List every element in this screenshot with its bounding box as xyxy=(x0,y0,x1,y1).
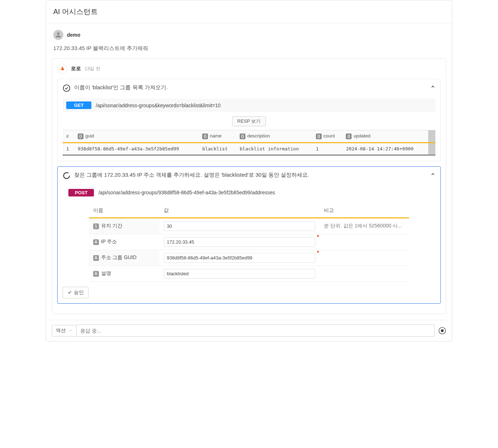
param-value-input[interactable] xyxy=(164,237,315,247)
param-name-cell: A설명 xyxy=(89,266,159,281)
col-name: {}name xyxy=(199,130,236,143)
user-name: demo xyxy=(67,32,80,38)
param-note-cell xyxy=(320,234,409,250)
bot-name: 로로 xyxy=(71,65,81,72)
svg-rect-3 xyxy=(441,330,443,332)
param-table: 이름 값 비고 1유지 기간분 단위. 값은 1에서 52560000 사...… xyxy=(89,204,409,282)
cell-updated: 2024-08-14 14:27:46+0900 xyxy=(342,142,428,155)
step2-text: 찾은 그룹에 172.20.33.45 IP 주소 객체를 추가하세요. 설명은… xyxy=(74,172,435,178)
resp-button-wrap: RESP 보기 xyxy=(63,116,435,126)
user-message-text: 172.20.33.45 IP 블랙리스트에 추가해줘 xyxy=(53,45,445,52)
app-container: AI 어시스턴트 demo 172.20.33.45 IP 블랙리스트에 추가해… xyxy=(46,0,452,341)
param-table-wrap: 이름 값 비고 1유지 기간분 단위. 값은 1에서 52560000 사...… xyxy=(89,204,409,282)
param-note-cell xyxy=(320,266,409,281)
page-title: AI 어시스턴트 xyxy=(53,7,445,17)
cell-idx: 1 xyxy=(63,142,74,155)
response-table: # {}guid {}name {}description {}count {}… xyxy=(63,130,435,156)
col-scroll xyxy=(428,130,435,143)
param-row: 1유지 기간분 단위. 값은 1에서 52560000 사... xyxy=(89,218,409,234)
step-panel-1: 이름이 'blacklist'인 그룹 목록 가져오기. GET /api/so… xyxy=(57,79,441,161)
param-value-input[interactable] xyxy=(164,253,315,263)
col-index: # xyxy=(63,130,74,143)
param-col-value: 값 xyxy=(159,204,320,218)
bot-avatar-icon xyxy=(57,64,67,74)
param-value-input[interactable] xyxy=(164,221,315,231)
approve-label: 승인 xyxy=(74,289,84,296)
step-title-row: 찾은 그룹에 172.20.33.45 IP 주소 객체를 추가하세요. 설명은… xyxy=(63,172,435,180)
http-method-badge: GET xyxy=(66,101,91,109)
cell-count: 1 xyxy=(312,142,343,155)
user-header: demo xyxy=(53,30,445,40)
col-updated: {}updated xyxy=(342,130,428,143)
header: AI 어시스턴트 xyxy=(46,0,452,23)
cell-description: blacklist information xyxy=(236,142,312,155)
col-count: {}count xyxy=(312,130,343,143)
param-note-cell: 분 단위. 값은 1에서 52560000 사... xyxy=(320,218,409,234)
show-response-button[interactable]: RESP 보기 xyxy=(232,116,266,126)
user-message-block: demo 172.20.33.45 IP 블랙리스트에 추가해줘 xyxy=(46,23,452,58)
param-row: AIP 주소 xyxy=(89,234,409,250)
spinner-icon xyxy=(63,172,71,180)
action-select[interactable]: 액션 xyxy=(52,325,77,336)
table-row[interactable]: 1 938d8f58-86d5-49ef-a43a-3e5f2b85ed99 b… xyxy=(63,142,435,155)
user-avatar-icon xyxy=(53,30,63,40)
param-name-cell: A주소 그룹 GUID xyxy=(89,250,159,266)
api-path: /api/sonar/address-groups&keywords=black… xyxy=(96,103,221,108)
assistant-block: 로로 13일 전 이름이 'blacklist'인 그룹 목록 가져오기. GE… xyxy=(52,58,446,314)
param-value-cell xyxy=(159,234,320,250)
step-title-row: 이름이 'blacklist'인 그룹 목록 가져오기. xyxy=(63,84,435,92)
svg-point-1 xyxy=(64,172,70,178)
footer-bar: 액션 xyxy=(46,320,452,341)
action-label: 액션 xyxy=(56,327,66,334)
timestamp: 13일 전 xyxy=(85,65,100,72)
param-name-cell: 1유지 기간 xyxy=(89,218,159,234)
param-name-cell: AIP 주소 xyxy=(89,234,159,250)
param-value-input[interactable] xyxy=(164,269,315,279)
step-panel-2: 찾은 그룹에 172.20.33.45 IP 주소 객체를 추가하세요. 설명은… xyxy=(57,166,441,304)
cell-name: blacklist xyxy=(199,142,236,155)
reply-input[interactable] xyxy=(77,325,435,337)
param-row: A주소 그룹 GUID xyxy=(89,250,409,266)
col-description: {}description xyxy=(236,130,312,143)
chevron-up-icon[interactable] xyxy=(430,84,435,90)
approve-button[interactable]: 승인 xyxy=(63,287,89,298)
chevron-down-icon xyxy=(69,329,73,332)
step1-text: 이름이 'blacklist'인 그룹 목록 가져오기. xyxy=(74,84,435,91)
param-value-cell xyxy=(159,218,320,234)
param-note-cell xyxy=(320,250,409,266)
http-method-badge: POST xyxy=(68,189,94,196)
svg-point-0 xyxy=(63,85,70,91)
param-col-name: 이름 xyxy=(89,204,159,218)
col-guid: {}guid xyxy=(74,130,199,143)
api-path: /api/sonar/address-groups/938d8f58-86d5-… xyxy=(98,190,275,195)
assistant-header: 로로 13일 전 xyxy=(57,64,441,74)
chevron-up-icon[interactable] xyxy=(430,172,435,178)
check-circle-icon xyxy=(63,84,71,92)
stop-circle-icon xyxy=(438,327,446,335)
param-value-cell xyxy=(159,266,320,281)
api-request-line: POST /api/sonar/address-groups/938d8f58-… xyxy=(63,186,435,199)
param-row: A설명 xyxy=(89,266,409,281)
check-icon xyxy=(67,290,72,295)
stop-button[interactable] xyxy=(438,327,446,335)
param-col-note: 비고 xyxy=(320,204,409,218)
api-request-line: GET /api/sonar/address-groups&keywords=b… xyxy=(63,99,435,112)
cell-guid: 938d8f58-86d5-49ef-a43a-3e5f2b85ed99 xyxy=(74,142,199,155)
param-value-cell xyxy=(159,250,320,266)
